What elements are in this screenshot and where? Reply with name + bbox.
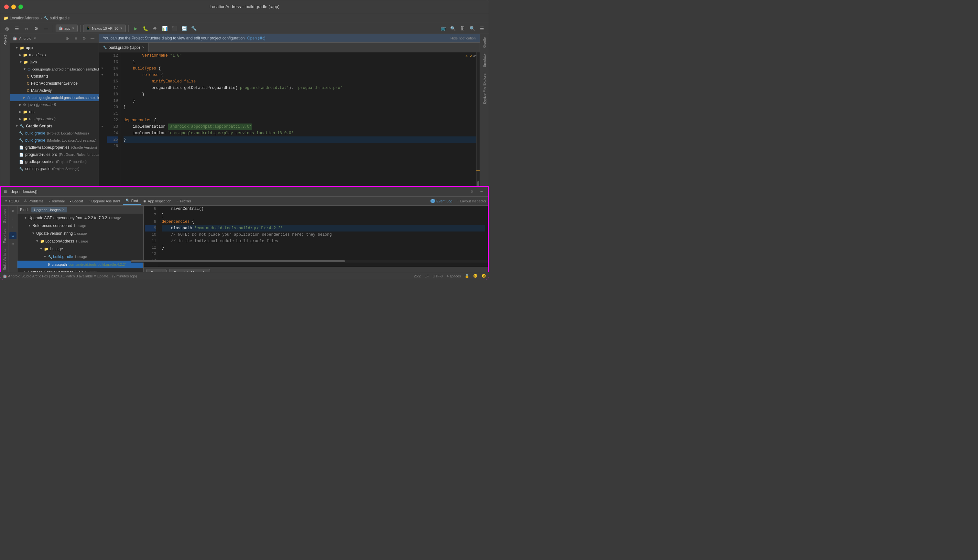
bottom-panel-header: ≡ dependencies{} ⚙ — [1, 187, 488, 197]
stop-btn[interactable]: ⬛ [170, 24, 179, 33]
tab-terminal[interactable]: ▫ Terminal [46, 198, 67, 204]
tree-item-constants[interactable]: C Constants [10, 73, 98, 80]
bottom-code-11: // in the individual module build.gradle… [162, 238, 485, 245]
status-lf: LF [425, 274, 429, 278]
device-selector[interactable]: 📱 Nexus 10 API 30 ▼ [83, 25, 126, 32]
tab-close-btn[interactable]: ✕ [142, 46, 145, 49]
coverage-btn[interactable]: ⊕ [151, 24, 159, 33]
tree-item-package-android-test[interactable]: ▶ ⬡ com.google.android.gms.location.samp… [10, 94, 98, 101]
close-button[interactable] [4, 5, 9, 9]
layout-inspector-btn[interactable]: 🔍 [449, 24, 457, 33]
adb-wifi-icon[interactable]: ADB [484, 98, 487, 105]
tree-location-address[interactable]: ▼ 📁 LocationAddress 1 usage [17, 237, 143, 245]
notification-text: You can use the Project Structure dialog… [103, 36, 245, 40]
bottom-close-btn[interactable]: — [478, 188, 485, 195]
structure-tab[interactable]: Structure [1, 206, 8, 226]
tree-item-proguard[interactable]: 📄 proguard-rules.pro (ProGuard Rules for… [10, 151, 98, 158]
tree-1-usage[interactable]: ▼ 📁 1 usage [17, 245, 143, 253]
tab-profiler[interactable]: ~ Profiler [174, 198, 194, 204]
up-icon[interactable]: ↑ [9, 215, 17, 222]
tree-build-gradle-item[interactable]: ▼ 🔧 build.gradle 1 usage [17, 253, 143, 261]
sync-btn[interactable]: 🔄 [180, 24, 188, 33]
down-icon[interactable]: ↓ [9, 224, 17, 231]
bottom-scrollbar-h[interactable] [144, 260, 488, 263]
emulator-panel-icon[interactable]: Emulator [481, 51, 488, 69]
collapse-all-icon[interactable]: ≡ [72, 35, 79, 42]
notification-open-link[interactable]: Open (⌘;) [247, 36, 265, 40]
tree-item-app[interactable]: ▼ 📁 app [10, 44, 98, 52]
expand-icon[interactable]: ⊞ [9, 232, 17, 239]
debug-btn[interactable]: 🐛 [141, 24, 149, 33]
tree-item-settings-gradle[interactable]: 🔧 settings.gradle (Project Settings) [10, 165, 98, 172]
tab-upgrade-assistant[interactable]: ↑ Upgrade Assistant [86, 198, 123, 204]
settings-btn[interactable]: ⚙ [32, 24, 40, 33]
tree-classpath-item[interactable]: 9 classpath 'com.android.tools.build:gra… [17, 261, 143, 268]
breadcrumb-project[interactable]: 📁 LocationAddress [3, 16, 38, 20]
tab-find[interactable]: 🔍 Find [123, 197, 141, 205]
bottom-right: 6 7 8 9 10 11 12 13 14 mavenCentral() [144, 206, 488, 279]
minimize-button[interactable] [11, 5, 16, 9]
find-tag-close[interactable]: ✕ [62, 208, 65, 212]
gradle-panel-icon[interactable]: Gradle [481, 35, 488, 50]
event-log-btn[interactable]: 1 Event Log [431, 199, 452, 203]
bottom-code-view[interactable]: 6 7 8 9 10 11 12 13 14 mavenCentral() [144, 206, 488, 267]
favorites-tab[interactable]: Favorites [1, 226, 8, 246]
fold-btn-15[interactable]: ▼ [99, 72, 105, 78]
tree-item-gradle-properties[interactable]: 📄 gradle.properties (Project Properties) [10, 158, 98, 165]
notification-dismiss[interactable]: Hide notification [451, 36, 476, 40]
tree-item-build-gradle-project[interactable]: 🔧 build.gradle (Project: LocationAddress… [10, 130, 98, 137]
target-selector-btn[interactable]: ◎ [3, 24, 11, 33]
tree-item-res-generated[interactable]: ▶ 📁 res (generated) [10, 115, 98, 123]
tree-item-fetch-address[interactable]: C FetchAddressIntentService [10, 80, 98, 87]
bottom-panel: ≡ dependencies{} ⚙ — ≡ TODO ⚠ Problems ▫… [0, 186, 489, 280]
menu-btn[interactable]: ☰ [478, 24, 486, 33]
expand-btn[interactable]: ⇔ [22, 24, 31, 33]
layout-inspector-btn-status[interactable]: ⊞ Layout Inspector [456, 199, 486, 203]
tree-item-java[interactable]: ▼ 📁 java [10, 58, 98, 66]
search-btn[interactable]: 🔍 [468, 24, 476, 33]
bottom-settings-btn[interactable]: ⚙ [468, 188, 476, 195]
bottom-code-content[interactable]: mavenCentral() } dependencies { classpat… [159, 206, 488, 267]
sync-project-icon[interactable]: ⊕ [64, 35, 71, 42]
tab-problems[interactable]: ⚠ Problems [21, 198, 46, 204]
code-line-16: minifyEnabled false [124, 78, 477, 85]
maximize-button[interactable] [18, 5, 23, 9]
status-encoding: UTF-8 [433, 274, 443, 278]
tree-item-gradle-scripts[interactable]: ▼ 🔧 Gradle Scripts [10, 123, 98, 130]
tab-app-inspection[interactable]: ◉ App Inspection [141, 198, 174, 204]
database-btn[interactable]: 🗄 [458, 24, 467, 33]
tab-build-gradle-app[interactable]: 🔧 build.gradle (:app) ✕ [99, 43, 149, 52]
collapse-btn[interactable]: — [42, 24, 50, 33]
align-btn[interactable]: ☰ [13, 24, 21, 33]
bottom-code-9: classpath 'com.android.tools.build:gradl… [162, 225, 485, 232]
run-config-selector[interactable]: 🤖 app ▼ [56, 25, 78, 32]
fold-btn-22[interactable]: ▼ [99, 123, 105, 130]
notification-bar: You can use the Project Structure dialog… [99, 34, 480, 43]
build-variants-tab[interactable]: Build Variants [1, 246, 8, 273]
tree-references-considered[interactable]: ▼ References considered 1 usage [17, 222, 143, 230]
profile-btn[interactable]: 📊 [160, 24, 169, 33]
run-btn[interactable]: ▶ [131, 24, 140, 33]
tree-item-package-main[interactable]: ▼ ⬡ com.google.android.gms.location.samp… [10, 66, 98, 73]
tree-item-res[interactable]: ▶ 📁 res [10, 108, 98, 115]
layout-inspector-label: Layout Inspector [460, 199, 486, 203]
tree-item-java-generated[interactable]: ▶ ⚙ java (generated) [10, 101, 98, 108]
filter-icon[interactable]: ⊟ [9, 240, 17, 248]
breadcrumb-file[interactable]: 🔧 build.gradle [43, 16, 70, 20]
tree-item-build-gradle-module[interactable]: 🔧 build.gradle (Module: LocationAddress.… [10, 137, 98, 144]
refresh-icon[interactable]: ↻ [9, 207, 17, 214]
device-mirror-btn[interactable]: 📺 [439, 24, 447, 33]
fold-btn-14[interactable]: ▼ [99, 65, 105, 72]
project-icon[interactable]: Project [2, 37, 9, 43]
tree-update-version-string[interactable]: ▼ Update version string 1 usage [17, 230, 143, 237]
tree-item-manifests[interactable]: ▶ 📁 manifests [10, 52, 98, 58]
hide-panel-icon[interactable]: — [89, 35, 96, 42]
tree-settings-icon[interactable]: ⚙ [80, 35, 88, 42]
tree-item-gradle-wrapper[interactable]: 📄 gradle-wrapper.properties (Gradle Vers… [10, 144, 98, 151]
tab-todo[interactable]: ≡ TODO [3, 198, 21, 204]
gradle-btn[interactable]: 🔧 [190, 24, 198, 33]
tree-item-main-activity[interactable]: C MainActivity [10, 87, 98, 94]
left-vertical-tabs: Structure Favorites Build Variants [1, 206, 8, 279]
tree-upgrade-agp[interactable]: ▼ Upgrade AGP dependency from 4.2.2 to 7… [17, 214, 143, 222]
tab-logcat[interactable]: ▪ Logcat [67, 198, 86, 204]
